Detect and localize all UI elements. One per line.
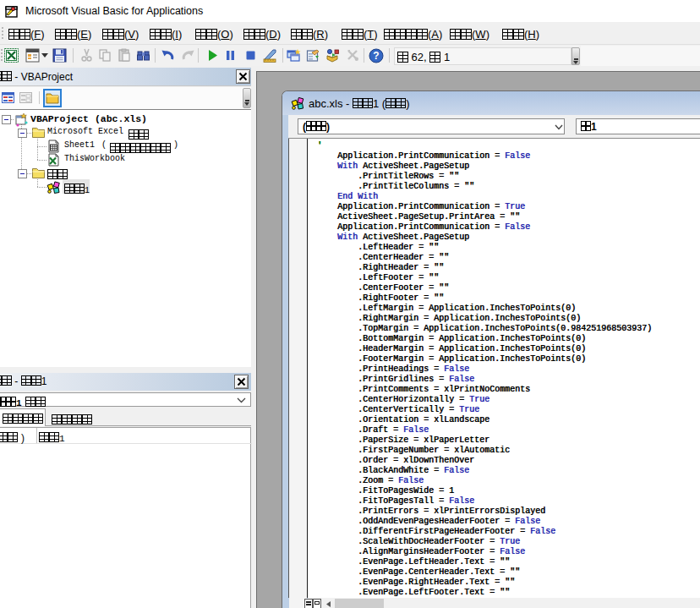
svg-text:?: ? [373, 50, 379, 62]
